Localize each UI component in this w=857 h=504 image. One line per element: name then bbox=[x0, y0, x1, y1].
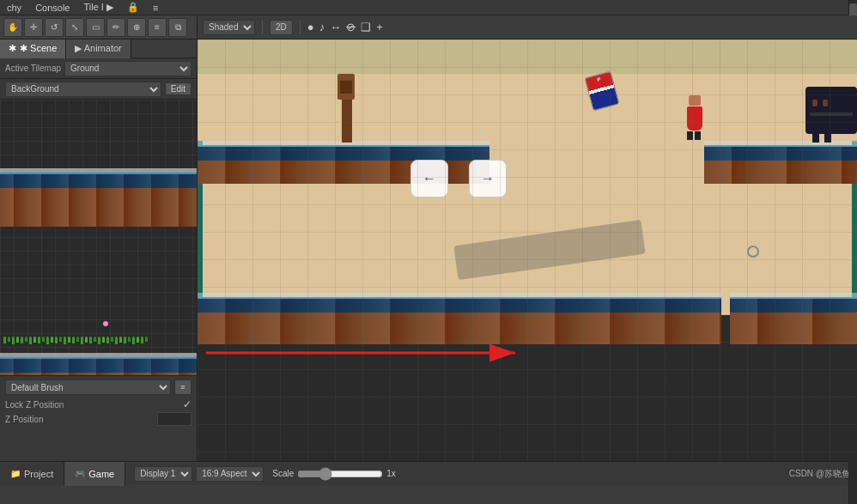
tab-project[interactable]: 📁 Project bbox=[0, 462, 64, 486]
toolbar-divider-1 bbox=[262, 21, 263, 34]
tool-scale[interactable]: ⤡ bbox=[65, 18, 84, 37]
scene-toolbar: Shaded 2D ● ♪ ↔ ⊘ ❑ + bbox=[198, 15, 857, 39]
aspect-select[interactable]: 16:9 Aspect bbox=[196, 466, 264, 482]
scene-panel: Shaded 2D ● ♪ ↔ ⊘ ❑ + bbox=[198, 15, 857, 461]
scale-area: Scale 1x bbox=[272, 467, 396, 481]
tool-extra3[interactable]: ⧉ bbox=[168, 18, 187, 37]
tab-animator[interactable]: ▶ Animator bbox=[66, 39, 131, 58]
platform-2-left bbox=[198, 293, 721, 344]
scene-tool-move[interactable]: ↔ bbox=[330, 21, 341, 33]
tool-extra2[interactable]: ≡ bbox=[148, 18, 167, 37]
pink-marker bbox=[103, 321, 108, 326]
brush-menu-btn[interactable]: ≡ bbox=[174, 380, 191, 395]
scene-tool-grid[interactable]: ❑ bbox=[361, 21, 371, 33]
scale-label: Scale bbox=[272, 469, 294, 478]
tool-hand[interactable]: ✋ bbox=[3, 18, 22, 37]
top-bar-console[interactable]: Console bbox=[28, 3, 76, 13]
panel-tab-bar: ✱ ✱ Scene ▶ Animator bbox=[0, 39, 197, 58]
scene-tool-audio[interactable]: ♪ bbox=[319, 21, 325, 33]
top-bar-menu[interactable]: ≡ bbox=[146, 3, 165, 13]
scene-tool-light[interactable]: ● bbox=[307, 21, 314, 33]
tree-sprite bbox=[325, 74, 368, 143]
nav-arrow-right[interactable]: → bbox=[469, 160, 507, 197]
scene-viewport[interactable]: P bbox=[198, 39, 857, 461]
active-tilemap-dropdown[interactable]: Ground bbox=[64, 61, 191, 76]
character-sprite bbox=[687, 95, 702, 140]
project-icon: 📁 bbox=[10, 469, 21, 478]
tool-rect[interactable]: ▭ bbox=[86, 18, 105, 37]
2d-button[interactable]: 2D bbox=[270, 20, 293, 35]
tab-scene[interactable]: ✱ ✱ Scene bbox=[0, 39, 66, 58]
brush-dropdown[interactable]: Default Brush bbox=[5, 380, 171, 395]
grass-decoration bbox=[3, 337, 148, 344]
background-row: BackGround Edit bbox=[0, 79, 197, 100]
nav-arrow-left[interactable]: ← bbox=[410, 160, 448, 197]
tool-extra1[interactable]: ⊕ bbox=[127, 18, 146, 37]
left-toolbar: ✋ ✛ ↺ ⤡ ▭ ✏ ⊕ ≡ ⧉ bbox=[0, 15, 197, 39]
platform-1-right bbox=[704, 141, 857, 184]
left-panel-bottom: Default Brush ≡ Lock Z Position ✓ Z Posi… bbox=[0, 375, 197, 461]
bottom-right: CSDN @苏晓鱼 bbox=[789, 468, 857, 480]
active-tilemap-label: Active Tilemap bbox=[5, 64, 61, 73]
tool-paint[interactable]: ✏ bbox=[106, 18, 125, 37]
left-tile-segment-2 bbox=[0, 353, 197, 375]
left-arrow-icon: ← bbox=[422, 171, 436, 186]
tab-animator-label: ▶ Animator bbox=[75, 43, 121, 54]
scene-tab-icon: ✱ bbox=[9, 43, 16, 54]
bottom-tabs: 📁 Project 🎮 Game bbox=[0, 462, 125, 486]
bottom-bar: 📁 Project 🎮 Game Display 1 16:9 Aspect S… bbox=[0, 461, 857, 485]
z-pos-row: Z Position bbox=[5, 412, 191, 426]
scene-tool-fx[interactable]: ⊘ bbox=[346, 21, 356, 33]
lock-z-row: Lock Z Position ✓ bbox=[5, 398, 191, 410]
watermark-text: CSDN @苏晓鱼 bbox=[789, 468, 850, 480]
top-bar-lock: 🔒 bbox=[120, 2, 146, 13]
top-bar-chy: chy bbox=[0, 3, 28, 13]
toolbar-divider-2 bbox=[300, 21, 301, 34]
z-pos-label: Z Position bbox=[5, 415, 43, 424]
background-dropdown[interactable]: BackGround bbox=[5, 82, 161, 97]
shading-dropdown[interactable]: Shaded bbox=[203, 20, 255, 35]
tilemap-preview bbox=[0, 100, 197, 375]
active-tilemap-row: Active Tilemap Ground bbox=[0, 58, 197, 79]
scene-tool-plus[interactable]: + bbox=[376, 21, 383, 33]
brush-row: Default Brush ≡ bbox=[5, 380, 191, 395]
circle-marker bbox=[747, 246, 759, 258]
z-pos-value[interactable] bbox=[157, 412, 191, 426]
scale-value: 1x bbox=[386, 469, 396, 478]
monster-sprite bbox=[805, 87, 857, 143]
tool-move[interactable]: ✛ bbox=[24, 18, 43, 37]
tab-game-label: Game bbox=[88, 469, 114, 479]
top-bar-tile[interactable]: Tile I ▶ bbox=[76, 2, 120, 13]
right-arrow-icon: → bbox=[481, 171, 495, 186]
edit-button[interactable]: Edit bbox=[165, 82, 191, 95]
tool-rotate[interactable]: ↺ bbox=[45, 18, 64, 37]
platform-2-right bbox=[730, 293, 857, 344]
main-layout: ✋ ✛ ↺ ⤡ ▭ ✏ ⊕ ≡ ⧉ ✱ ✱ Scene ▶ Animator A… bbox=[0, 15, 857, 461]
top-bar: chy Console Tile I ▶ 🔒 ≡ bbox=[0, 0, 857, 15]
left-tile-segment bbox=[0, 168, 197, 228]
left-panel: ✋ ✛ ↺ ⤡ ▭ ✏ ⊕ ≡ ⧉ ✱ ✱ Scene ▶ Animator A… bbox=[0, 15, 198, 461]
tab-project-label: Project bbox=[24, 469, 53, 479]
tab-game[interactable]: 🎮 Game bbox=[64, 462, 125, 486]
game-icon: 🎮 bbox=[75, 469, 85, 478]
display-controls: Display 1 16:9 Aspect bbox=[134, 466, 264, 482]
lock-z-check[interactable]: ✓ bbox=[183, 398, 191, 410]
display-select[interactable]: Display 1 bbox=[134, 466, 192, 482]
tab-scene-label: ✱ Scene bbox=[20, 43, 57, 54]
scale-slider[interactable] bbox=[297, 467, 383, 481]
lock-z-label: Lock Z Position bbox=[5, 400, 64, 410]
